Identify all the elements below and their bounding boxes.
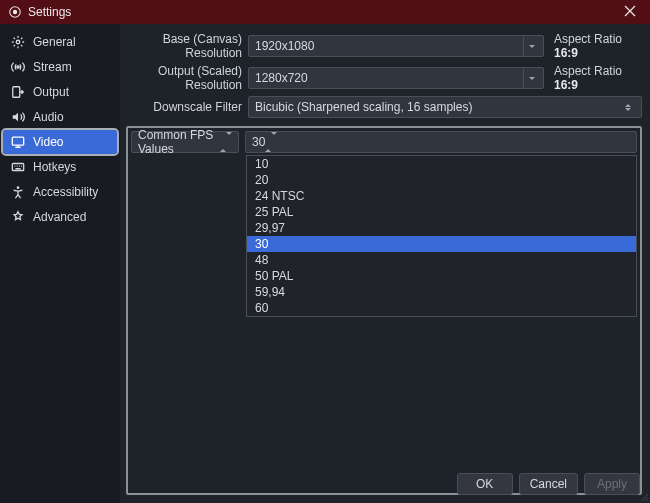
fps-option[interactable]: 25 PAL bbox=[247, 204, 636, 220]
main-panel: Base (Canvas) Resolution 1920x1080 Aspec… bbox=[120, 24, 650, 503]
broadcast-icon bbox=[11, 60, 25, 74]
svg-point-1 bbox=[13, 10, 17, 14]
fps-type-combo[interactable]: Common FPS Values bbox=[131, 131, 239, 153]
svg-point-5 bbox=[17, 66, 19, 68]
fps-value-combo[interactable]: 30 bbox=[245, 131, 637, 153]
base-aspect-ratio: Aspect Ratio 16:9 bbox=[550, 32, 642, 60]
output-icon bbox=[11, 85, 25, 99]
sidebar-item-accessibility[interactable]: Accessibility bbox=[3, 180, 117, 204]
up-down-icon bbox=[220, 135, 232, 149]
output-resolution-label: Output (Scaled) Resolution bbox=[126, 64, 242, 92]
fps-option[interactable]: 10 bbox=[247, 156, 636, 172]
fps-option[interactable]: 20 bbox=[247, 172, 636, 188]
sidebar: GeneralStreamOutputAudioVideoHotkeysAcce… bbox=[0, 24, 120, 503]
cancel-button[interactable]: Cancel bbox=[519, 473, 578, 495]
output-resolution-value: 1280x720 bbox=[255, 71, 308, 85]
sidebar-item-label: Accessibility bbox=[33, 185, 98, 199]
advanced-icon bbox=[11, 210, 25, 224]
sidebar-item-label: General bbox=[33, 35, 76, 49]
base-resolution-combo[interactable]: 1920x1080 bbox=[248, 35, 544, 57]
window-title: Settings bbox=[28, 5, 618, 19]
up-down-icon bbox=[625, 97, 639, 117]
fps-option[interactable]: 48 bbox=[247, 252, 636, 268]
sidebar-item-label: Hotkeys bbox=[33, 160, 76, 174]
sidebar-item-label: Output bbox=[33, 85, 69, 99]
svg-point-9 bbox=[17, 186, 20, 189]
apply-button: Apply bbox=[584, 473, 640, 495]
output-resolution-combo[interactable]: 1280x720 bbox=[248, 67, 544, 89]
base-resolution-label: Base (Canvas) Resolution bbox=[126, 32, 242, 60]
chevron-down-icon bbox=[523, 36, 539, 56]
fps-option[interactable]: 24 NTSC bbox=[247, 188, 636, 204]
downscale-filter-label: Downscale Filter bbox=[126, 100, 242, 114]
fps-dropdown[interactable]: 102024 NTSC25 PAL29,97304850 PAL59,9460 bbox=[246, 155, 637, 317]
fps-option[interactable]: 59,94 bbox=[247, 284, 636, 300]
sidebar-item-general[interactable]: General bbox=[3, 30, 117, 54]
sidebar-item-label: Audio bbox=[33, 110, 64, 124]
sidebar-item-advanced[interactable]: Advanced bbox=[3, 205, 117, 229]
svg-rect-7 bbox=[12, 137, 23, 145]
keyboard-icon bbox=[11, 160, 25, 174]
downscale-filter-combo[interactable]: Bicubic (Sharpened scaling, 16 samples) bbox=[248, 96, 642, 118]
titlebar: Settings bbox=[0, 0, 650, 24]
svg-rect-8 bbox=[12, 164, 23, 171]
svg-point-4 bbox=[16, 40, 20, 44]
speaker-icon bbox=[11, 110, 25, 124]
svg-rect-6 bbox=[13, 87, 20, 98]
chevron-down-icon bbox=[523, 68, 539, 88]
monitor-icon bbox=[11, 135, 25, 149]
sidebar-item-stream[interactable]: Stream bbox=[3, 55, 117, 79]
svg-line-12 bbox=[647, 500, 648, 501]
sidebar-item-label: Video bbox=[33, 135, 63, 149]
fps-option[interactable]: 50 PAL bbox=[247, 268, 636, 284]
fps-type-value: Common FPS Values bbox=[138, 128, 220, 156]
sidebar-item-audio[interactable]: Audio bbox=[3, 105, 117, 129]
accessibility-icon bbox=[11, 185, 25, 199]
gear-icon bbox=[11, 35, 25, 49]
sidebar-item-hotkeys[interactable]: Hotkeys bbox=[3, 155, 117, 179]
sidebar-item-label: Stream bbox=[33, 60, 72, 74]
fps-section: Common FPS Values 30 102024 NTSC25 PAL29… bbox=[126, 126, 642, 495]
fps-option[interactable]: 30 bbox=[247, 236, 636, 252]
up-down-icon bbox=[265, 135, 277, 149]
fps-option[interactable]: 60 bbox=[247, 300, 636, 316]
app-icon bbox=[8, 5, 22, 19]
sidebar-item-video[interactable]: Video bbox=[3, 130, 117, 154]
downscale-filter-value: Bicubic (Sharpened scaling, 16 samples) bbox=[255, 100, 472, 114]
base-resolution-value: 1920x1080 bbox=[255, 39, 314, 53]
output-aspect-ratio: Aspect Ratio 16:9 bbox=[550, 64, 642, 92]
close-icon[interactable] bbox=[618, 2, 642, 22]
ok-button[interactable]: OK bbox=[457, 473, 513, 495]
fps-value: 30 bbox=[252, 135, 265, 149]
sidebar-item-output[interactable]: Output bbox=[3, 80, 117, 104]
resize-grip-icon[interactable] bbox=[638, 491, 648, 501]
fps-option[interactable]: 29,97 bbox=[247, 220, 636, 236]
sidebar-item-label: Advanced bbox=[33, 210, 86, 224]
